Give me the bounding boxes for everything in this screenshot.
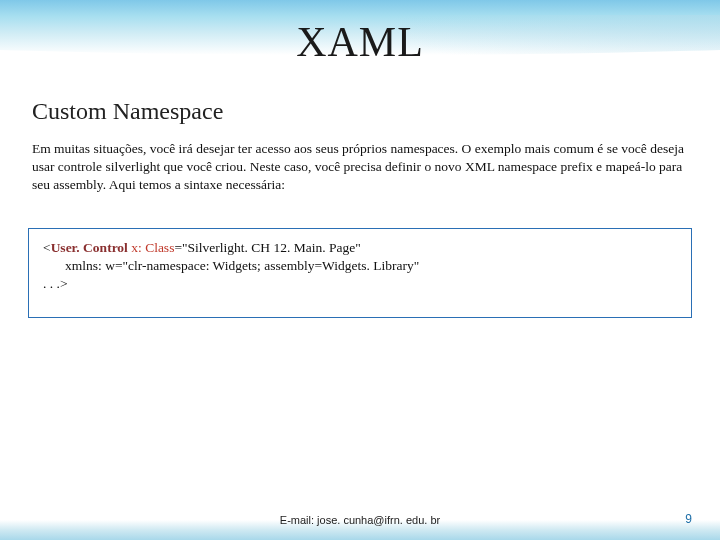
code-eq2: =: [115, 258, 123, 273]
code-eq1: =: [174, 240, 182, 255]
body-paragraph: Em muitas situações, você irá desejar te…: [32, 140, 688, 195]
page-number: 9: [685, 512, 692, 526]
code-element-name: User. Control: [51, 240, 128, 255]
footer-email: E-mail: jose. cunha@ifrn. edu. br: [0, 514, 720, 526]
slide-title: XAML: [0, 18, 720, 66]
code-open-bracket: <: [43, 240, 51, 255]
code-attr1-name: x: Class: [128, 240, 175, 255]
code-attr2-name: xmlns: w: [65, 258, 115, 273]
code-attr2-val: "clr-namespace: Widgets; assembly=Widget…: [123, 258, 420, 273]
code-line-3: . . .>: [43, 275, 677, 293]
code-line-2: xmlns: w="clr-namespace: Widgets; assemb…: [43, 257, 677, 275]
code-attr1-val: "Silverlight. CH 12. Main. Page": [182, 240, 361, 255]
section-heading: Custom Namespace: [32, 98, 223, 125]
code-line-1: <User. Control x: Class="Silverlight. CH…: [43, 239, 677, 257]
code-block: <User. Control x: Class="Silverlight. CH…: [28, 228, 692, 318]
